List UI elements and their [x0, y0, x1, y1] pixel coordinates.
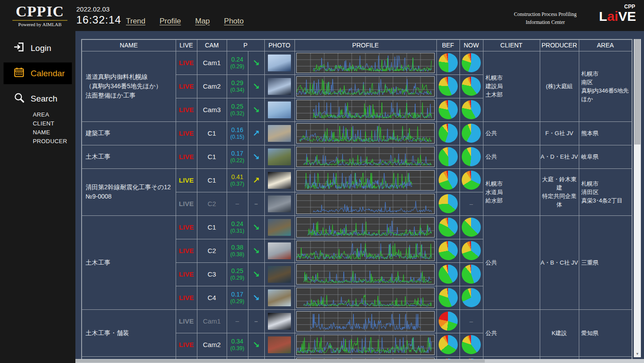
- photo-image[interactable]: [268, 289, 291, 306]
- photo-image[interactable]: [268, 242, 291, 259]
- horizontal-scrollbar[interactable]: [75, 359, 644, 363]
- pie-image: [462, 335, 481, 354]
- table-row: 土木工事LIVEC10.24(0.31)↘公共A・B・C社 JV三重県: [82, 215, 632, 239]
- vertical-scrollbar[interactable]: ▼: [634, 39, 641, 357]
- pie-image: [462, 100, 481, 119]
- profile-chart[interactable]: [295, 215, 436, 239]
- camera-name-cell: C3: [197, 262, 227, 286]
- camera-photo-thumbnail[interactable]: [264, 262, 295, 286]
- search-sub-item-name[interactable]: NAME: [33, 128, 75, 137]
- profile-chart[interactable]: [295, 74, 436, 98]
- bef-pie-chart: [436, 215, 459, 239]
- camera-photo-thumbnail[interactable]: [264, 215, 295, 239]
- profile-chart[interactable]: [295, 262, 436, 286]
- now-pie-chart: [459, 145, 483, 168]
- profile-chart[interactable]: [295, 145, 436, 168]
- table-row: 建築工事LIVEC10.16(0.15)↗公共F・G社 JV熊本県: [82, 121, 632, 145]
- photo-image[interactable]: [268, 313, 291, 330]
- photo-image[interactable]: [268, 78, 291, 95]
- live-status-badge: LIVE: [176, 192, 197, 215]
- camera-photo-thumbnail[interactable]: [264, 168, 295, 192]
- client-cell: 公共: [483, 121, 540, 145]
- camera-photo-thumbnail[interactable]: [264, 239, 295, 262]
- producer-cell: F・G社 JV: [540, 121, 579, 145]
- header-caption: Construction Process Profiling Informati…: [514, 10, 577, 27]
- pie-image: [462, 218, 481, 237]
- p-value-cell: 0.24(0.31): [227, 215, 248, 239]
- bef-pie-chart: [436, 145, 459, 168]
- trend-arrow-icon: ↘: [248, 286, 264, 309]
- project-name-cell: 建築工事: [82, 121, 176, 145]
- search-sub-item-client[interactable]: CLIENT: [33, 119, 75, 128]
- p-value-cell: 0.17(0.22): [227, 145, 248, 168]
- search-sub-item-area[interactable]: AREA: [33, 110, 75, 119]
- column-header-now: NOW: [459, 39, 483, 51]
- horizontal-scrollbar-thumb[interactable]: [75, 359, 485, 363]
- sidebar-item-calendar[interactable]: Calendar: [4, 62, 72, 84]
- photo-image[interactable]: [268, 101, 291, 118]
- search-sub-item-producer[interactable]: PRODUCER: [33, 137, 75, 146]
- profile-chart[interactable]: [295, 239, 436, 262]
- current-time: 16:32:14: [76, 14, 121, 26]
- client-cell: 公共: [483, 215, 540, 309]
- nav-link-trend[interactable]: Trend: [126, 17, 145, 26]
- login-icon: [13, 41, 25, 55]
- camera-photo-thumbnail[interactable]: [264, 145, 295, 168]
- camera-photo-thumbnail[interactable]: [264, 309, 295, 333]
- column-header-client: CLIENT: [483, 39, 540, 51]
- photo-image[interactable]: [268, 148, 291, 165]
- sidebar-item-search[interactable]: Search: [0, 88, 75, 109]
- pie-image: [439, 288, 458, 307]
- photo-image[interactable]: [268, 125, 291, 142]
- profile-chart[interactable]: [295, 309, 436, 333]
- camera-photo-thumbnail[interactable]: [264, 98, 295, 121]
- pie-image: [439, 218, 458, 237]
- profile-chart[interactable]: [295, 286, 436, 309]
- producer-cell: A・B・C社 JV: [540, 215, 579, 309]
- camera-photo-thumbnail[interactable]: [264, 333, 295, 356]
- camera-name-cell: Cam1: [197, 309, 227, 333]
- photo-image[interactable]: [268, 55, 291, 71]
- app-window: CPPIC Powered by AIMLAB 2022.02.03 16:32…: [0, 0, 644, 363]
- bef-pie-chart: [436, 168, 459, 192]
- bef-pie-chart: [436, 192, 459, 215]
- profile-chart[interactable]: [295, 333, 436, 356]
- photo-image[interactable]: [268, 219, 291, 236]
- pie-image: [462, 53, 481, 72]
- camera-photo-thumbnail[interactable]: [264, 192, 295, 215]
- p-value-cell: –: [227, 192, 248, 215]
- photo-image[interactable]: [268, 336, 291, 353]
- photo-image[interactable]: [268, 266, 291, 283]
- brand-prefix: L: [599, 9, 607, 23]
- camera-photo-thumbnail[interactable]: [264, 51, 295, 74]
- profile-chart[interactable]: [295, 98, 436, 121]
- profile-chart[interactable]: [295, 192, 436, 215]
- camera-photo-thumbnail[interactable]: [264, 286, 295, 309]
- camera-photo-thumbnail[interactable]: [264, 74, 295, 98]
- photo-image[interactable]: [268, 195, 291, 212]
- profile-chart[interactable]: [295, 121, 436, 145]
- project-name-cell: 清田第2幹線耐震化工事その12 №9-0008: [82, 168, 176, 215]
- scroll-down-arrow-icon[interactable]: ▼: [634, 351, 641, 357]
- nav-link-photo[interactable]: Photo: [224, 17, 243, 26]
- now-pie-chart: [459, 215, 483, 239]
- photo-image[interactable]: [268, 172, 291, 189]
- profile-chart[interactable]: [295, 51, 436, 74]
- column-header-photo: PHOTO: [264, 39, 295, 51]
- top-nav: TrendProfileMapPhoto: [126, 17, 243, 26]
- bef-pie-chart: [436, 309, 459, 333]
- sidebar-item-login[interactable]: Login: [0, 37, 75, 59]
- camera-photo-thumbnail[interactable]: [264, 121, 295, 145]
- camera-name-cell: Cam2: [197, 74, 227, 98]
- vertical-scrollbar-thumb[interactable]: [634, 39, 640, 144]
- profile-chart[interactable]: [295, 168, 436, 192]
- now-pie-chart: [459, 286, 483, 309]
- live-status-badge: LIVE: [176, 145, 197, 168]
- trend-arrow-icon: ↘: [248, 333, 264, 356]
- live-status-badge: LIVE: [176, 239, 197, 262]
- now-pie-chart: [459, 262, 483, 286]
- nav-link-map[interactable]: Map: [195, 17, 210, 26]
- pie-image: [462, 171, 481, 190]
- nav-link-profile[interactable]: Profile: [160, 17, 181, 26]
- column-header-producer: PRODUCER: [540, 39, 579, 51]
